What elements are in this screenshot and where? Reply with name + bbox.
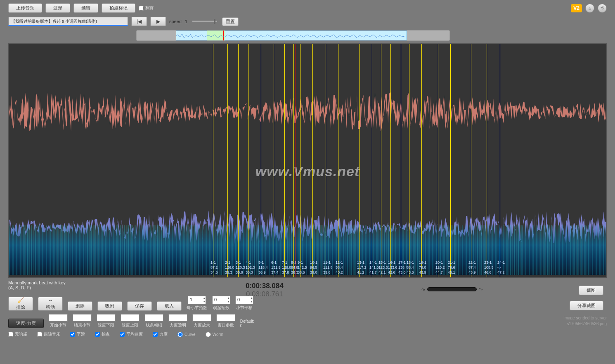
- dyn-scale-label: 力度放大: [194, 322, 210, 328]
- beat-label: 9-1142.538.6: [298, 260, 307, 275]
- broom-icon: 🧹: [17, 297, 24, 303]
- beat-marker[interactable]: [300, 44, 300, 277]
- win-param-label: 窗口参数: [218, 322, 234, 328]
- beat-label: 16-1133.642.6: [388, 260, 397, 275]
- beat-label: 18-188.443.5: [407, 260, 414, 275]
- tempo-dynamics-button[interactable]: 速度-力度: [8, 319, 44, 328]
- beat-marker[interactable]: [312, 44, 313, 277]
- bar-offset-label: 小节平移: [236, 305, 253, 311]
- curve-radio[interactable]: Curve: [177, 332, 196, 337]
- beat-marker[interactable]: [213, 44, 213, 277]
- load-button[interactable]: 载入: [157, 301, 182, 311]
- skip-back-button[interactable]: |◀: [131, 17, 147, 26]
- scrubber[interactable]: ∿ ⤳: [421, 286, 483, 292]
- pickup-beats-input[interactable]: 0: [212, 296, 230, 304]
- beat-label: 8-184.838.3: [291, 260, 298, 275]
- delete-button[interactable]: 删除: [68, 301, 92, 311]
- beat-marker[interactable]: [500, 44, 500, 277]
- beats-per-bar-input[interactable]: 1: [188, 296, 206, 304]
- beat-label: 24-1-.-47.2: [497, 260, 505, 275]
- beat-marker[interactable]: [409, 44, 409, 277]
- beat-marker[interactable]: [381, 44, 381, 277]
- beat-marker[interactable]: [238, 44, 239, 277]
- end-bar-input[interactable]: [73, 314, 92, 321]
- share-screenshot-button[interactable]: 分享截图: [570, 301, 603, 310]
- beat-label: 1-187.234.6: [211, 260, 218, 275]
- start-bar-input[interactable]: [49, 314, 68, 321]
- move-button[interactable]: ↔移动: [38, 297, 63, 311]
- line-alpha-label: 力度透明: [170, 322, 186, 328]
- reset-speed-button[interactable]: 重置: [222, 17, 239, 26]
- win-param-input[interactable]: [216, 314, 235, 321]
- beat-marker[interactable]: [438, 44, 438, 277]
- playhead[interactable]: [296, 44, 296, 277]
- spectrogram: [9, 225, 606, 275]
- beat-label: 2-1126.035.3: [225, 260, 234, 275]
- beat-mark-button[interactable]: 拍点标记: [102, 3, 135, 13]
- clear-button[interactable]: 🧹排除: [8, 297, 33, 311]
- spectrum-button[interactable]: 频谱: [73, 3, 98, 13]
- beat-marker[interactable]: [372, 44, 372, 277]
- tempo-lo-label: 速度下限: [98, 322, 114, 328]
- beat-marker[interactable]: [421, 44, 422, 277]
- beat-marker[interactable]: [401, 44, 401, 277]
- home-icon[interactable]: ⌂: [585, 4, 594, 13]
- link-icon[interactable]: ⟲: [598, 4, 607, 13]
- line-width-input[interactable]: [144, 314, 163, 321]
- beat-label: 4-1102.336.3: [246, 260, 255, 275]
- move-icon: ↔: [48, 297, 53, 303]
- beat-marker[interactable]: [360, 44, 360, 277]
- beat-marker[interactable]: [450, 44, 451, 277]
- beat-marker[interactable]: [274, 44, 274, 277]
- beat-marker[interactable]: [284, 44, 285, 277]
- smooth-checkbox[interactable]: 平滑: [70, 331, 85, 337]
- beat-marker[interactable]: [227, 44, 228, 277]
- pageflip-checkbox[interactable]: 翻页: [139, 5, 154, 11]
- beat-label: 5-1118.436.9: [258, 260, 268, 275]
- overview-timeline[interactable]: [136, 30, 450, 41]
- hint-line1: Manually mark beat with key: [8, 280, 66, 285]
- waveform-left-channel: [9, 85, 606, 139]
- beat-label: 14-1141.041.7: [369, 260, 379, 275]
- tempo-lo-input[interactable]: [97, 314, 116, 321]
- beat-marker[interactable]: [338, 44, 338, 277]
- speed-slider[interactable]: [192, 21, 217, 22]
- dynamics-checkbox[interactable]: 力度: [153, 331, 168, 337]
- waveform-button[interactable]: 波形: [45, 3, 70, 13]
- beats-per-bar-label: 每小节拍数: [187, 305, 207, 311]
- noresample-checkbox[interactable]: 无响崖: [8, 331, 27, 337]
- speed-value: 1: [185, 19, 187, 24]
- beat-marker[interactable]: [261, 44, 261, 277]
- beat-label: 19-179.043.9: [419, 260, 426, 275]
- beat-label: 3-1120.335.8: [236, 260, 245, 275]
- overview-wave-icon: [176, 31, 407, 40]
- dyn-scale-input[interactable]: [192, 314, 211, 321]
- version-badge: V2: [571, 4, 582, 12]
- snap-button[interactable]: 吸附: [97, 301, 122, 311]
- wave-end-icon: ⤳: [478, 286, 483, 292]
- track-title: 【我听过的最好版本】肖邦 a 小调圆舞曲(遗作): [8, 17, 128, 26]
- main-waveform[interactable]: www.Vmus.net 1-187.234.62-1126.035.33-11…: [8, 43, 607, 278]
- line-alpha-input[interactable]: [168, 314, 187, 321]
- beat-label: 21-176.645.1: [448, 260, 455, 275]
- bar-offset-input[interactable]: 0: [235, 296, 253, 304]
- play-button[interactable]: ▶: [150, 17, 166, 26]
- beat-marker[interactable]: [487, 44, 487, 277]
- beat-marker[interactable]: [326, 44, 326, 277]
- beat-label: 10-196.539.0: [310, 260, 317, 275]
- save-button[interactable]: 保存: [127, 301, 152, 311]
- beat-marker[interactable]: [248, 44, 248, 277]
- upload-button[interactable]: 上传音乐: [8, 3, 42, 13]
- follow-checkbox[interactable]: 跟随音乐: [37, 331, 60, 337]
- screenshot-button[interactable]: 截图: [579, 286, 603, 295]
- worm-radio[interactable]: Worm: [206, 332, 223, 337]
- beat-marker[interactable]: [293, 44, 294, 277]
- beat-checkbox[interactable]: 拍点: [95, 331, 110, 337]
- beat-label: 20-1120.244.7: [435, 260, 445, 275]
- beat-marker[interactable]: [471, 44, 471, 277]
- beat-label: 11-1111.839.6: [323, 260, 333, 275]
- tempo-hi-input[interactable]: [121, 314, 140, 321]
- avg-tempo-checkbox[interactable]: 平均速度: [120, 331, 143, 337]
- beat-label: 6-1131.937.4: [271, 260, 281, 275]
- beat-marker[interactable]: [390, 44, 391, 277]
